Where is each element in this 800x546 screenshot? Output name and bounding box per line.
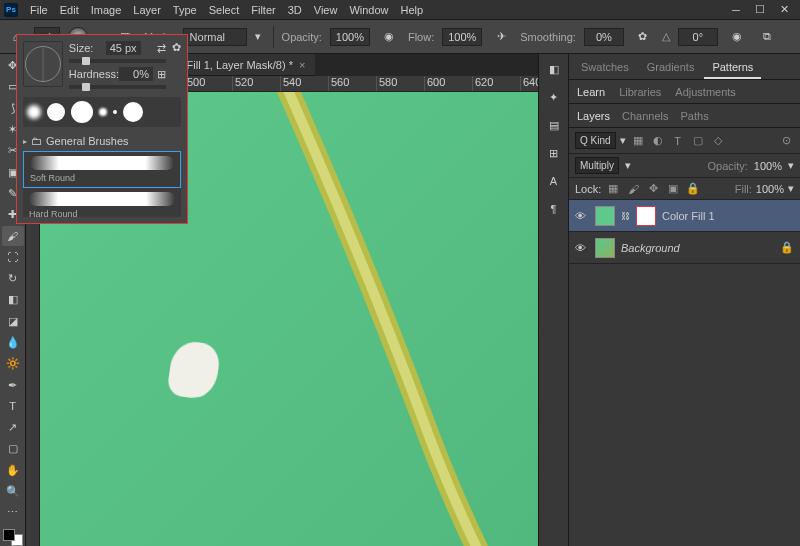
blend-opacity-input[interactable]: 100%: [754, 160, 782, 172]
brush-tip[interactable]: [99, 108, 107, 116]
lock-transparency-icon[interactable]: ▦: [605, 181, 621, 197]
opacity-input[interactable]: 100%: [330, 28, 370, 46]
character-icon[interactable]: A: [543, 170, 565, 192]
foreground-color[interactable]: [3, 529, 15, 541]
lock-all-icon[interactable]: 🔒: [685, 181, 701, 197]
chevron-down-icon[interactable]: ▾: [625, 159, 631, 172]
mask-thumbnail[interactable]: [636, 206, 656, 226]
pen-tool[interactable]: ✒: [2, 375, 24, 394]
fill-input[interactable]: 100%: [756, 183, 784, 195]
chevron-down-icon[interactable]: ▾: [788, 159, 794, 172]
link-icon[interactable]: ⛓: [621, 211, 630, 221]
menu-view[interactable]: View: [308, 4, 344, 16]
chevron-down-icon[interactable]: ▾: [255, 30, 265, 43]
filter-pixel-icon[interactable]: ▦: [630, 133, 646, 149]
new-brush-icon[interactable]: ⊞: [157, 68, 166, 81]
tab-gradients[interactable]: Gradients: [639, 57, 703, 79]
size-input[interactable]: 45 px: [106, 41, 141, 55]
layer-name[interactable]: Background: [621, 242, 680, 254]
tab-channels[interactable]: Channels: [622, 110, 668, 122]
blur-tool[interactable]: 💧: [2, 333, 24, 352]
brush-tip[interactable]: [27, 105, 41, 119]
color-panel-icon[interactable]: ◧: [543, 58, 565, 80]
filter-shape-icon[interactable]: ▢: [690, 133, 706, 149]
tab-patterns[interactable]: Patterns: [704, 57, 761, 79]
zoom-tool[interactable]: 🔍: [2, 482, 24, 501]
flow-input[interactable]: 100%: [442, 28, 482, 46]
brush-item[interactable]: Soft Round: [23, 151, 181, 188]
flip-icon[interactable]: ⇄: [157, 42, 166, 55]
menu-3d[interactable]: 3D: [282, 4, 308, 16]
history-icon[interactable]: ▤: [543, 114, 565, 136]
chevron-down-icon[interactable]: ▾: [620, 134, 626, 147]
tab-libraries[interactable]: Libraries: [619, 86, 661, 98]
eraser-tool[interactable]: ◧: [2, 290, 24, 309]
filter-adjust-icon[interactable]: ◐: [650, 133, 666, 149]
smoothing-input[interactable]: 0%: [584, 28, 624, 46]
menu-select[interactable]: Select: [203, 4, 246, 16]
brush-item[interactable]: Hard Round: [23, 188, 181, 217]
hand-tool[interactable]: ✋: [2, 461, 24, 480]
shape-tool[interactable]: ▢: [2, 439, 24, 458]
maximize-button[interactable]: ☐: [754, 4, 766, 16]
tab-layers[interactable]: Layers: [577, 110, 610, 122]
symmetry-icon[interactable]: ⧉: [756, 26, 778, 48]
layer-thumbnail[interactable]: [595, 238, 615, 258]
brush-tip[interactable]: [123, 102, 143, 122]
layer-name[interactable]: Color Fill 1: [662, 210, 715, 222]
angle-input[interactable]: 0°: [678, 28, 718, 46]
filter-toggle[interactable]: ⊙: [778, 133, 794, 149]
color-swatches[interactable]: [3, 529, 23, 546]
gradient-tool[interactable]: ◪: [2, 312, 24, 331]
filter-smart-icon[interactable]: ◇: [710, 133, 726, 149]
stamp-tool[interactable]: ⛶: [2, 248, 24, 267]
lock-paint-icon[interactable]: 🖌: [625, 181, 641, 197]
close-tab-icon[interactable]: ×: [299, 59, 305, 71]
brush-angle-preview[interactable]: [23, 41, 63, 87]
menu-type[interactable]: Type: [167, 4, 203, 16]
minimize-button[interactable]: ─: [730, 4, 742, 16]
menu-window[interactable]: Window: [343, 4, 394, 16]
menu-help[interactable]: Help: [395, 4, 430, 16]
dodge-tool[interactable]: 🔆: [2, 354, 24, 373]
lock-position-icon[interactable]: ✥: [645, 181, 661, 197]
brush-tip[interactable]: [47, 103, 65, 121]
menu-edit[interactable]: Edit: [54, 4, 85, 16]
tab-learn[interactable]: Learn: [577, 86, 605, 98]
layer-row[interactable]: 👁 Background 🔒: [569, 232, 800, 264]
menu-layer[interactable]: Layer: [127, 4, 167, 16]
brush-group[interactable]: 🗀 General Brushes: [23, 135, 181, 147]
smoothing-gear-icon[interactable]: ✿: [632, 26, 654, 48]
history-brush-tool[interactable]: ↻: [2, 269, 24, 288]
tab-swatches[interactable]: Swatches: [573, 57, 637, 79]
hardness-slider[interactable]: [69, 85, 166, 89]
type-tool[interactable]: T: [2, 397, 24, 416]
brush-tool[interactable]: 🖌: [2, 226, 24, 245]
blend-mode-select[interactable]: Multiply: [575, 157, 619, 174]
layer-row[interactable]: 👁 ⛓ Color Fill 1: [569, 200, 800, 232]
properties-icon[interactable]: ⊞: [543, 142, 565, 164]
visibility-icon[interactable]: 👁: [575, 210, 589, 222]
brush-tip[interactable]: [71, 101, 93, 123]
hardness-input[interactable]: 0%: [119, 67, 153, 81]
pressure-size-icon[interactable]: ◉: [726, 26, 748, 48]
edit-toolbar[interactable]: ⋯: [2, 503, 24, 522]
gear-icon[interactable]: ✿: [172, 41, 181, 54]
visibility-icon[interactable]: 👁: [575, 242, 589, 254]
layer-thumbnail[interactable]: [595, 206, 615, 226]
tab-adjustments[interactable]: Adjustments: [675, 86, 736, 98]
layer-filter-select[interactable]: Q Kind: [575, 132, 616, 149]
histogram-icon[interactable]: ✦: [543, 86, 565, 108]
paragraph-icon[interactable]: ¶: [543, 198, 565, 220]
close-button[interactable]: ✕: [778, 4, 790, 16]
menu-file[interactable]: File: [24, 4, 54, 16]
mode-select[interactable]: Normal: [183, 28, 247, 46]
chevron-down-icon[interactable]: ▾: [788, 182, 794, 195]
filter-type-icon[interactable]: T: [670, 133, 686, 149]
tab-paths[interactable]: Paths: [681, 110, 709, 122]
size-slider[interactable]: [69, 59, 166, 63]
lock-artboard-icon[interactable]: ▣: [665, 181, 681, 197]
airbrush-icon[interactable]: ✈: [490, 26, 512, 48]
menu-image[interactable]: Image: [85, 4, 128, 16]
pressure-opacity-icon[interactable]: ◉: [378, 26, 400, 48]
